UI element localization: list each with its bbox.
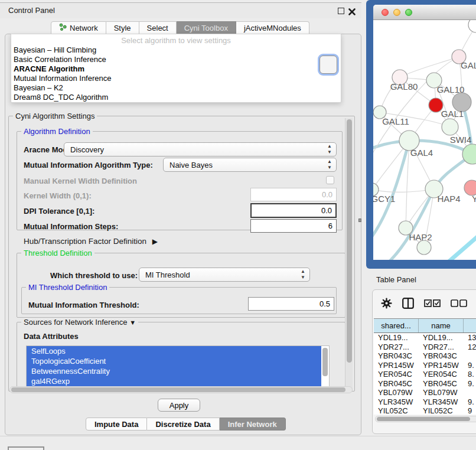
tab-select[interactable]: Select	[139, 21, 177, 34]
mi-threshold-group-title: MI Threshold Definition	[26, 283, 109, 292]
network-edge[interactable]	[445, 234, 476, 260]
sources-title-text: Sources for Network Inference	[24, 318, 128, 327]
algorithm-option[interactable]: Bayesian – K2	[11, 83, 341, 93]
column-header[interactable]: name	[419, 319, 464, 332]
tab-discretize-data[interactable]: Discretize Data	[147, 418, 219, 431]
table-cell: YIL052C	[419, 406, 464, 415]
tab-cyni-toolbox[interactable]: Cyni Toolbox	[177, 21, 236, 34]
algorithm-option[interactable]: Mutual Information Inference	[11, 74, 341, 83]
close-icon[interactable]	[348, 7, 356, 14]
table-body: YDL19...YDL19...13YDR27...YDR27...12YBR0…	[374, 333, 476, 415]
columns-icon[interactable]	[402, 298, 414, 311]
tab-label: jActiveMNodules	[244, 24, 301, 32]
table-row[interactable]: YDL19...YDL19...13	[374, 333, 476, 343]
table-cell: YPR145W	[374, 361, 419, 370]
network-node[interactable]	[442, 119, 458, 135]
checked-checkboxes-icon[interactable]	[424, 299, 441, 309]
column-header[interactable]	[464, 319, 476, 332]
which-threshold-value: MI Threshold	[145, 270, 190, 279]
tab-label: Select	[147, 24, 168, 32]
attribute-item[interactable]: SelfLoops	[27, 346, 321, 356]
node-table[interactable]: shared...name YDL19...YDL19...13YDR27...…	[374, 318, 476, 415]
hub-definition-label: Hub/Transcription Factor Definition	[24, 237, 146, 246]
settings-horizontal-scrollbar[interactable]	[9, 386, 353, 393]
cyni-algorithm-settings-title: Cyni Algorithm Settings	[13, 112, 97, 120]
network-graph: GALGAL80GAL10GAL1GAL11SWI4GAL4GCY1HAP4YH…	[373, 20, 476, 260]
tab-impute-data[interactable]: Impute Data	[86, 418, 147, 431]
hub-definition-toggle[interactable]: Hub/Transcription Factor Definition ▶	[24, 237, 158, 246]
attribute-item[interactable]: gal4RGexp	[27, 376, 321, 386]
manual-kernel-label: Manual Kernel Width Definition	[24, 177, 137, 185]
table-row[interactable]: YER054CYER054C8.	[374, 370, 476, 379]
table-cell: YPR145W	[419, 361, 464, 370]
node-label: GAL1	[441, 109, 464, 119]
table-row[interactable]: YBL079WYBL079W	[374, 388, 476, 397]
table-cell	[464, 388, 476, 397]
table-toolbar	[381, 297, 476, 311]
network-canvas[interactable]: GALGAL80GAL10GAL1GAL11SWI4GAL4GCY1HAP4YH…	[373, 20, 476, 260]
table-cell: YDL19...	[374, 333, 419, 343]
table-panel-title: Table Panel	[376, 275, 416, 284]
table-cell: 9.	[464, 397, 476, 407]
network-node[interactable]	[417, 240, 431, 255]
node-label: SWI4	[450, 135, 472, 145]
attribute-item[interactable]: BetweennessCentrality	[27, 366, 321, 376]
attribute-item[interactable]: TopologicalCoefficient	[27, 356, 321, 366]
apply-button[interactable]: Apply	[158, 399, 200, 412]
which-threshold-select[interactable]: MI Threshold ▲▼	[139, 268, 310, 282]
gear-icon[interactable]	[381, 298, 392, 311]
settings-vertical-scrollbar[interactable]	[345, 118, 353, 389]
float-panel-icon[interactable]	[338, 8, 344, 14]
algorithm-option[interactable]: Bayesian – Hill Climbing	[11, 45, 341, 55]
mi-threshold-label: Mutual Information Threshold:	[28, 301, 139, 309]
tab-jactivemnodules[interactable]: jActiveMNodules	[236, 21, 309, 34]
list-scrollbar[interactable]	[322, 348, 328, 376]
manual-kernel-checkbox[interactable]	[326, 176, 334, 184]
node-label: HAP2	[409, 232, 432, 242]
table-row[interactable]: YIL052CYIL052C9	[374, 406, 476, 415]
tab-network[interactable]: Network	[51, 21, 106, 34]
dpi-tolerance-field[interactable]	[250, 203, 337, 218]
focused-browse-button[interactable]	[319, 56, 337, 74]
network-icon	[59, 23, 67, 32]
tab-infer-network[interactable]: Infer Network	[220, 418, 286, 431]
zoom-traffic-light-icon[interactable]	[405, 9, 412, 16]
table-cell: 8.	[464, 370, 476, 379]
sources-title[interactable]: Sources for Network Inference ▼	[21, 318, 138, 327]
node-label: GAL11	[382, 116, 409, 126]
algorithm-option[interactable]: ARACNE Algorithm	[11, 64, 341, 74]
table-cell: YER054C	[374, 370, 419, 379]
mi-type-select[interactable]: Naive Bayes ▲▼	[163, 158, 337, 172]
column-header[interactable]: shared...	[374, 319, 419, 332]
node-label: HAP4	[437, 194, 460, 204]
data-attributes-list[interactable]: SelfLoopsTopologicalCoefficientBetweenne…	[26, 345, 330, 387]
minimize-traffic-light-icon[interactable]	[393, 9, 400, 16]
kernel-width-label: Kernel Width (0,1):	[24, 191, 92, 200]
tab-label: Style	[114, 24, 131, 32]
network-window-titlebar[interactable]	[373, 5, 476, 20]
chevron-down-icon: ▼	[129, 319, 136, 326]
close-traffic-light-icon[interactable]	[382, 9, 389, 16]
table-row[interactable]: YDR27...YDR27...12	[374, 343, 476, 352]
table-horizontal-scrollbar[interactable]	[375, 416, 476, 422]
table-row[interactable]: YLR345WYLR345W9.	[374, 397, 476, 407]
table-cell: YBL079W	[374, 388, 419, 397]
data-attributes-label: Data Attributes	[24, 332, 79, 341]
table-row[interactable]: YBR045CYBR045C9.	[374, 379, 476, 389]
algorithm-option[interactable]: Basic Correlation Inference	[11, 55, 341, 64]
aracne-mode-select[interactable]: Discovery ▲▼	[64, 142, 337, 156]
unchecked-checkboxes-icon[interactable]	[451, 299, 467, 309]
table-row[interactable]: YPR145WYPR145W9.	[374, 361, 476, 370]
table-cell: YLR345W	[419, 397, 464, 407]
table-cell: 9	[464, 406, 476, 415]
mi-threshold-field[interactable]	[248, 297, 334, 311]
mi-steps-field[interactable]	[250, 219, 337, 233]
network-node[interactable]	[468, 20, 476, 32]
algorithm-option[interactable]: Dream8 DC_TDC Algorithm	[11, 93, 341, 102]
kernel-width-field[interactable]	[250, 188, 337, 201]
bottom-tabbar: Impute DataDiscretize DataInfer Network	[86, 418, 286, 431]
splitter-handle[interactable]	[358, 219, 361, 222]
mi-type-value: Naive Bayes	[169, 161, 213, 169]
tab-style[interactable]: Style	[106, 21, 139, 34]
table-row[interactable]: YBR043CYBR043C	[374, 351, 476, 361]
